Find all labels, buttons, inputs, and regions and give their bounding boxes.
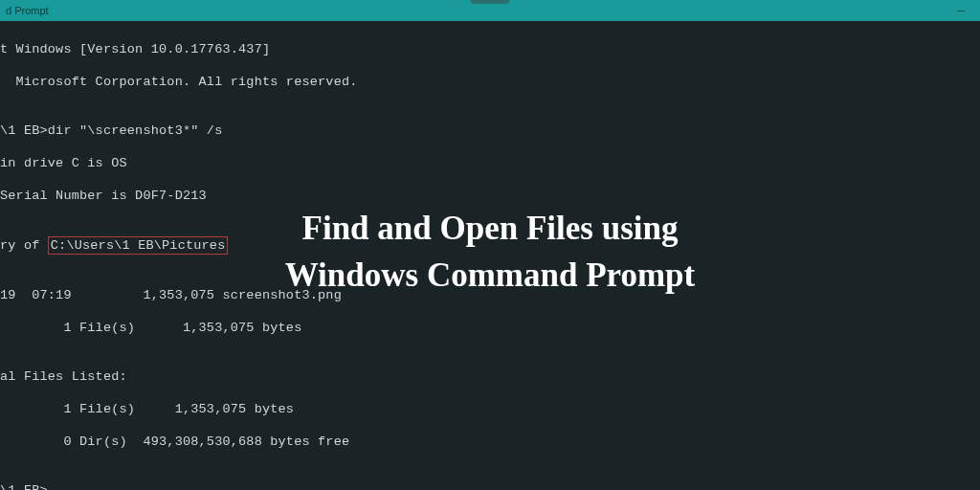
terminal-line: in drive C is OS (0, 155, 980, 171)
dir-prefix: ry of (0, 238, 48, 253)
terminal-line: 0 Dir(s) 493,308,530,688 bytes free (0, 434, 980, 450)
prompt-text: \1 EB> (0, 483, 48, 490)
terminal-line: \1 EB>dir "\screenshot3*" /s (0, 122, 980, 139)
terminal-line-highlighted: ry of C:\Users\1 EB\Pictures (0, 236, 980, 255)
terminal-line: 1 File(s) 1,353,075 bytes (0, 401, 980, 417)
terminal-line: 1 File(s) 1,353,075 bytes (0, 320, 980, 336)
path-highlight: C:\Users\1 EB\Pictures (48, 236, 229, 255)
terminal-line: Microsoft Corporation. All rights reserv… (0, 74, 980, 90)
terminal-prompt-line: \1 EB> (0, 482, 980, 490)
terminal-line: Serial Number is D0F7-D213 (0, 188, 980, 204)
window-title: d Prompt (6, 5, 49, 16)
terminal-output[interactable]: t Windows [Version 10.0.17763.437] Micro… (0, 21, 980, 490)
titlebar-left: d Prompt (6, 5, 974, 16)
terminal-line: al Files Listed: (0, 368, 980, 385)
titlebar-drag-indicator (471, 0, 509, 4)
titlebar[interactable]: d Prompt ─ (0, 0, 980, 21)
terminal-line: 19 07:19 1,353,075 screenshot3.png (0, 287, 980, 303)
titlebar-controls: ─ (942, 0, 980, 21)
terminal-line: t Windows [Version 10.0.17763.437] (0, 41, 980, 57)
minimize-button[interactable]: ─ (942, 0, 980, 21)
